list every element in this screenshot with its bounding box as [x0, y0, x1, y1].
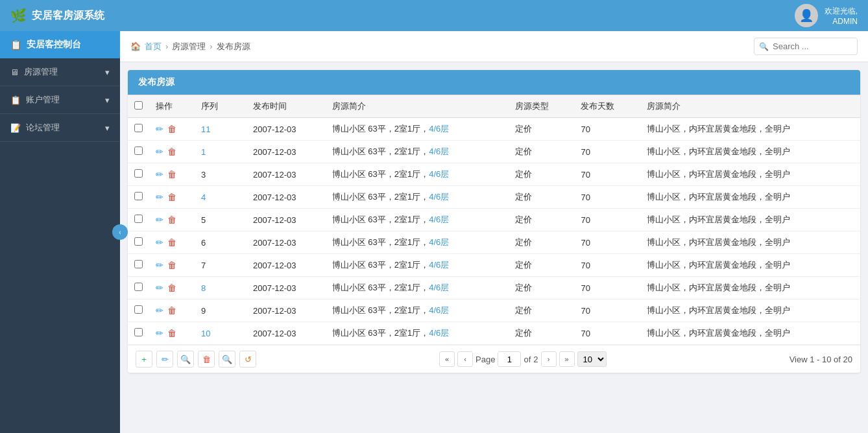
row-checkbox[interactable] [134, 215, 143, 223]
edit-row-button[interactable]: ✏ [156, 215, 163, 225]
seq-link[interactable]: 1 [201, 147, 206, 157]
sidebar-label-account: 账户管理 [26, 94, 60, 106]
seq-link[interactable]: 4 [201, 193, 206, 202]
view-button[interactable]: 🔍 [177, 351, 194, 368]
edit-row-button[interactable]: ✏ [156, 237, 163, 248]
delete-row-button[interactable]: 🗑 [167, 237, 176, 248]
content-area: 🏠 首页 › 房源管理 › 发布房源 🔍 发布房源 [120, 31, 868, 433]
sidebar-item-property[interactable]: 🖥 房源管理 ▾ [0, 58, 120, 86]
table-row: ✏🗑82007-12-03博山小区 63平，2室1厅，4/6层定价70博山小区，… [128, 277, 860, 299]
sidebar-item-account[interactable]: 📋 账户管理 ▾ [0, 86, 120, 114]
header-days: 发布天数 [574, 95, 640, 118]
edit-row-button[interactable]: ✏ [156, 283, 163, 293]
breadcrumb-bar: 🏠 首页 › 房源管理 › 发布房源 🔍 [120, 31, 868, 62]
refresh-button[interactable]: ↺ [239, 351, 256, 368]
date-cell: 2007-12-03 [247, 163, 326, 186]
total-pages: 2 [533, 355, 538, 364]
floor-link[interactable]: 4/6层 [429, 146, 449, 156]
delete-row-button[interactable]: 🗑 [167, 305, 176, 316]
page-content: 发布房源 操作 序列 发布时间 房源简介 房源类型 发布天数 [120, 62, 868, 433]
floor-link[interactable]: 4/6层 [429, 215, 449, 224]
brief-cell: 博山小区 63平，2室1厅，4/6层 [326, 322, 509, 345]
floor-link[interactable]: 4/6层 [429, 260, 449, 270]
desc-cell: 博山小区，内环宜居黄金地段，全明户 [640, 186, 860, 209]
floor-link[interactable]: 4/6层 [429, 124, 449, 134]
brief-cell: 博山小区 63平，2室1厅，4/6层 [326, 118, 509, 141]
date-cell: 2007-12-03 [247, 254, 326, 277]
delete-row-button[interactable]: 🗑 [167, 124, 176, 134]
row-checkbox[interactable] [134, 169, 143, 178]
seq-link[interactable]: 10 [201, 329, 210, 338]
search-input[interactable] [754, 38, 858, 55]
seq-link[interactable]: 8 [201, 283, 206, 293]
username: ADMIN [825, 17, 858, 26]
desc-cell: 博山小区，内环宜居黄金地段，全明户 [640, 163, 860, 186]
days-cell: 70 [574, 277, 640, 299]
top-header: 🌿 安居客房源系统 👤 欢迎光临, ADMIN [0, 0, 868, 31]
delete-button[interactable]: 🗑 [198, 351, 215, 368]
floor-link[interactable]: 4/6层 [429, 192, 449, 202]
row-checkbox[interactable] [134, 260, 143, 268]
property-icon: 🖥 [10, 67, 19, 77]
next-page-button[interactable]: › [541, 351, 557, 367]
seq-link[interactable]: 11 [201, 124, 210, 134]
edit-row-button[interactable]: ✏ [156, 169, 163, 180]
breadcrumb-home[interactable]: 首页 [145, 41, 162, 53]
row-checkbox[interactable] [134, 283, 143, 291]
row-checkbox[interactable] [134, 328, 143, 336]
type-cell: 定价 [509, 186, 574, 209]
page-size-select[interactable]: 10 20 50 [577, 351, 607, 367]
breadcrumb-level2: 发布房源 [217, 41, 250, 53]
delete-row-button[interactable]: 🗑 [167, 215, 176, 225]
user-area: 👤 欢迎光临, ADMIN [795, 4, 858, 27]
delete-row-button[interactable]: 🗑 [167, 283, 176, 293]
row-checkbox[interactable] [134, 192, 143, 200]
seq-value: 7 [195, 254, 247, 277]
brief-cell: 博山小区 63平，2室1厅，4/6层 [326, 231, 509, 254]
row-checkbox[interactable] [134, 124, 143, 132]
desc-cell: 博山小区，内环宜居黄金地段，全明户 [640, 277, 860, 299]
days-cell: 70 [574, 299, 640, 322]
table-row: ✏🗑72007-12-03博山小区 63平，2室1厅，4/6层定价70博山小区，… [128, 254, 860, 277]
edit-row-button[interactable]: ✏ [156, 146, 163, 157]
edit-row-button[interactable]: ✏ [156, 260, 163, 270]
edit-row-button[interactable]: ✏ [156, 305, 163, 316]
welcome-text: 欢迎光临, [825, 6, 858, 17]
filter-button[interactable]: 🔍 [219, 351, 235, 368]
page-number-input[interactable] [498, 351, 521, 367]
delete-row-button[interactable]: 🗑 [167, 146, 176, 157]
floor-link[interactable]: 4/6层 [429, 305, 449, 315]
type-cell: 定价 [509, 141, 574, 163]
row-checkbox[interactable] [134, 305, 143, 314]
edit-row-button[interactable]: ✏ [156, 192, 163, 202]
header-checkbox [128, 95, 149, 118]
select-all-checkbox[interactable] [134, 101, 143, 110]
sidebar-item-forum[interactable]: 📝 论坛管理 ▾ [0, 114, 120, 142]
floor-link[interactable]: 4/6层 [429, 283, 449, 292]
row-checkbox[interactable] [134, 237, 143, 246]
header-date: 发布时间 [247, 95, 326, 118]
desc-cell: 博山小区，内环宜居黄金地段，全明户 [640, 209, 860, 231]
floor-link[interactable]: 4/6层 [429, 237, 449, 247]
edit-row-button[interactable]: ✏ [156, 124, 163, 134]
breadcrumb: 🏠 首页 › 房源管理 › 发布房源 [130, 41, 250, 53]
delete-row-button[interactable]: 🗑 [167, 328, 176, 338]
floor-link[interactable]: 4/6层 [429, 169, 449, 179]
delete-row-button[interactable]: 🗑 [167, 169, 176, 180]
edit-button[interactable]: ✏ [156, 351, 173, 368]
row-checkbox[interactable] [134, 146, 143, 155]
delete-row-button[interactable]: 🗑 [167, 192, 176, 202]
first-page-button[interactable]: « [439, 351, 455, 367]
sidebar-collapse-button[interactable]: ‹ [112, 224, 128, 240]
delete-row-button[interactable]: 🗑 [167, 260, 176, 270]
edit-row-button[interactable]: ✏ [156, 328, 163, 338]
add-button[interactable]: + [136, 351, 152, 368]
floor-link[interactable]: 4/6层 [429, 328, 449, 338]
type-cell: 定价 [509, 209, 574, 231]
view-info: View 1 - 10 of 20 [790, 355, 852, 364]
seq-value: 3 [195, 163, 247, 186]
last-page-button[interactable]: » [559, 351, 575, 367]
desc-cell: 博山小区，内环宜居黄金地段，全明户 [640, 231, 860, 254]
prev-page-button[interactable]: ‹ [457, 351, 473, 367]
type-cell: 定价 [509, 163, 574, 186]
